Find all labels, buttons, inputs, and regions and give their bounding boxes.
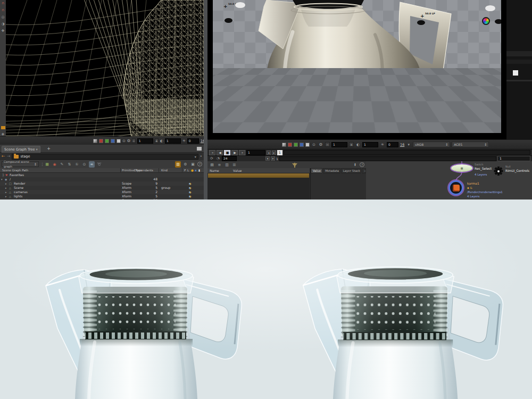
frame-inc-button[interactable]: ▸: [272, 151, 276, 155]
tab-metadata[interactable]: Metadata: [323, 168, 340, 173]
filter-funnel-icon[interactable]: [292, 163, 297, 167]
node-null-rimlt-controls[interactable]: [494, 167, 503, 176]
select-tool-icon[interactable]: ∩: [2, 2, 4, 5]
tab-value[interactable]: Value: [311, 168, 322, 173]
exposure-field[interactable]: 1: [331, 142, 347, 147]
offset-field[interactable]: 0: [387, 142, 398, 147]
edit-prims-icon[interactable]: ▦: [44, 161, 50, 168]
prev-frame-button[interactable]: ◀: [217, 150, 223, 155]
inspect-icon[interactable]: ⊙: [81, 161, 87, 168]
exposure-minus-button[interactable]: −: [325, 142, 330, 147]
display-gear-icon[interactable]: ❂: [127, 139, 130, 143]
bit-depth-toggle[interactable]: 16: [400, 143, 404, 147]
col-name[interactable]: Name: [210, 169, 219, 172]
col-p[interactable]: P: [184, 169, 186, 172]
magnify-icon[interactable]: ⊙: [311, 143, 317, 147]
col-l[interactable]: L: [187, 169, 189, 172]
brush-icon[interactable]: ✎: [59, 161, 65, 168]
exposure-field[interactable]: 1: [137, 138, 153, 144]
grid-view-icon[interactable]: ☰: [231, 162, 237, 168]
export-icon[interactable]: ⬆: [352, 162, 358, 168]
display-gear-icon[interactable]: ❂: [318, 143, 323, 147]
tab-layer-stack[interactable]: Layer Stack: [341, 168, 361, 173]
tree-row-lights[interactable]: ▸ △ lights Xform 5 ●▪–↖: [0, 194, 204, 198]
render-viewport[interactable]: +50.0 UP+50.0 LP+++: [207, 0, 532, 139]
tree-row-render[interactable]: ▸ □ Render Scope 9 ●▪–↖: [0, 181, 204, 186]
network-frame-field[interactable]: 1: [497, 156, 530, 161]
col-descendants[interactable]: Descendants: [134, 169, 153, 172]
image-channel-icon[interactable]: [93, 139, 97, 143]
offset-field[interactable]: 0: [187, 138, 199, 144]
timeline-track[interactable]: [284, 150, 530, 155]
exposure-plus-button[interactable]: +: [155, 138, 159, 143]
color-swatch[interactable]: [513, 70, 518, 76]
stop-button[interactable]: ■: [224, 150, 230, 155]
new-tab-button[interactable]: +: [46, 146, 52, 152]
col-scene-graph-path[interactable]: Scene Graph Path: [2, 169, 28, 172]
help-icon[interactable]: ?: [197, 162, 202, 167]
alpha-channel-icon[interactable]: [305, 143, 310, 147]
gear-icon[interactable]: ⚙: [182, 161, 188, 168]
network-editor[interactable]: ▦ Switch Res_Select 4 Layers karma1 ▪ & …: [366, 161, 532, 200]
tree-row-scene[interactable]: ▸ △ Scene Xform 5 group ●▪–↖: [0, 186, 204, 190]
red-channel-icon[interactable]: [99, 139, 103, 143]
view-transform-dropdown[interactable]: ACES ⇕: [452, 142, 489, 147]
green-channel-icon[interactable]: [105, 139, 109, 143]
collapse-button[interactable]: −: [362, 168, 366, 173]
forward-arrow-icon[interactable]: →: [7, 154, 11, 159]
play-button[interactable]: ▶: [231, 150, 238, 155]
info-icon[interactable]: ①: [74, 161, 80, 168]
node-karma1[interactable]: [448, 180, 463, 195]
translate-tool-icon[interactable]: ∩: [2, 9, 4, 12]
blue-channel-icon[interactable]: [300, 143, 304, 147]
scale-tool-icon[interactable]: ◑: [1, 22, 4, 26]
red-channel-icon[interactable]: [288, 143, 292, 147]
camera-icon[interactable]: ▣: [190, 161, 196, 168]
back-arrow-icon[interactable]: ←: [2, 154, 5, 159]
magnify-icon[interactable]: ⊙: [122, 139, 126, 143]
node-switch-res-select[interactable]: ▦: [451, 164, 472, 172]
tree-row-favorites[interactable]: ├ ♥ Favorites: [0, 173, 204, 177]
alpha-channel-icon[interactable]: [117, 139, 121, 143]
snapshot-icon[interactable]: [1, 126, 5, 129]
list-view-icon[interactable]: ▤: [209, 162, 215, 168]
wireframe-viewport[interactable]: ∩ ∩ ◎ ◑ ❖ ◈: [0, 0, 204, 136]
tab-scene-graph-tree[interactable]: Scene Graph Tree ▾: [2, 146, 40, 153]
selected-attribute-row[interactable]: [208, 173, 309, 178]
col-kind[interactable]: Kind: [161, 169, 168, 172]
compact-view-icon[interactable]: ≡: [217, 162, 222, 168]
link-icon[interactable]: ∞: [89, 161, 95, 168]
frame-marker[interactable]: 1: [277, 150, 282, 155]
caret-down-icon[interactable]: ▾: [406, 143, 411, 147]
pin-icon[interactable]: •: [200, 154, 202, 159]
fps-field[interactable]: 24: [222, 156, 237, 161]
jump-start-button[interactable]: «: [209, 150, 215, 155]
drop-icon[interactable]: ◉: [52, 161, 57, 168]
range-start-button[interactable]: ⏴: [265, 156, 270, 161]
lasso-icon[interactable]: ➰: [96, 161, 102, 168]
display-options-icon[interactable]: ◈: [2, 132, 4, 136]
tree-row-cameras[interactable]: ▸ △ cameras Xform 2 ●▪–↖: [0, 190, 204, 194]
sliders-icon[interactable]: ⇅: [66, 161, 72, 168]
column-view-icon[interactable]: ▥: [224, 162, 230, 168]
green-channel-icon[interactable]: [294, 143, 298, 147]
exposure-minus-button[interactable]: −: [132, 138, 136, 143]
range-track[interactable]: [279, 156, 496, 161]
range-end-button[interactable]: ⏵: [271, 156, 275, 161]
gamma-field[interactable]: 1: [165, 138, 181, 144]
path-field[interactable]: stage ▾: [12, 154, 198, 160]
help-icon[interactable]: ?: [360, 162, 364, 167]
tree-row-root[interactable]: ▾ ◉ / 48: [0, 177, 204, 181]
display-mode-dropdown[interactable]: Compound scene graph ⇕: [2, 161, 39, 167]
colorspace-dropdown[interactable]: sRGB ⇕: [413, 142, 450, 147]
snapshot-gallery-icon[interactable]: ▥: [175, 161, 181, 168]
gamma-field[interactable]: 1: [362, 142, 378, 147]
col-value[interactable]: Value: [233, 169, 242, 172]
handles-tool-icon[interactable]: ❖: [1, 29, 4, 33]
pane-menu-icon[interactable]: [197, 147, 202, 151]
pane-splitter[interactable]: [204, 0, 207, 200]
current-frame-field[interactable]: 1: [246, 150, 265, 155]
frame-dec-button[interactable]: ◂: [267, 151, 271, 155]
rotate-tool-icon[interactable]: ◎: [1, 15, 4, 19]
loop-icon[interactable]: ⟳: [209, 156, 214, 161]
